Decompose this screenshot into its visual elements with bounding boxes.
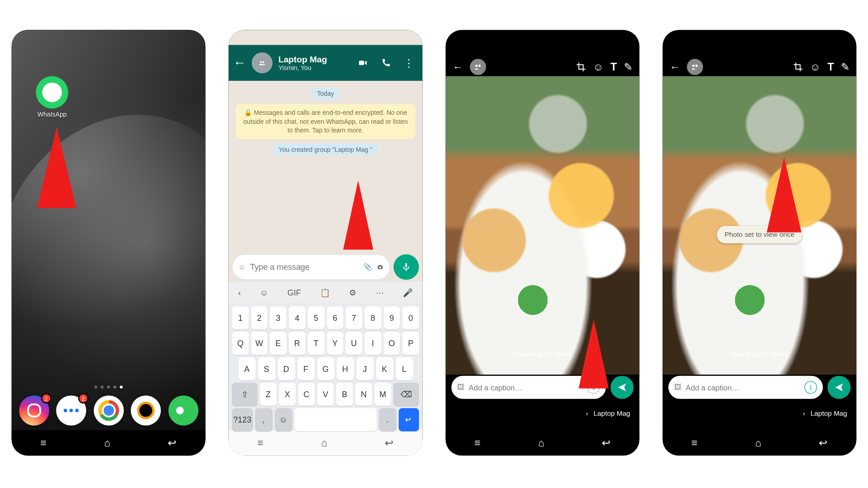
key-i[interactable]: I: [364, 332, 381, 355]
nav-back[interactable]: ↩: [602, 436, 610, 449]
voice-call-button[interactable]: [381, 58, 391, 68]
nav-recents[interactable]: ≡: [40, 437, 46, 449]
key-n[interactable]: N: [355, 383, 372, 406]
kb-more[interactable]: ⋯: [376, 288, 384, 297]
key-0[interactable]: 0: [402, 306, 419, 329]
caption-input-container[interactable]: 🖼 1: [668, 376, 823, 399]
recipient-avatar[interactable]: [470, 59, 486, 75]
key-j[interactable]: J: [356, 357, 373, 380]
dock-messages[interactable]: 2: [56, 395, 86, 426]
key-k[interactable]: K: [376, 357, 393, 380]
nav-recents[interactable]: ≡: [474, 437, 480, 449]
video-call-button[interactable]: [358, 58, 368, 68]
crop-button[interactable]: [576, 62, 586, 72]
key-w[interactable]: W: [251, 332, 268, 355]
encryption-notice[interactable]: 🔒 Messages and calls are end-to-end encr…: [236, 104, 415, 139]
send-button[interactable]: [827, 376, 850, 399]
key-shift[interactable]: ⇧: [232, 383, 257, 406]
key-d[interactable]: D: [278, 357, 295, 380]
key-p[interactable]: P: [402, 332, 419, 355]
nav-recents[interactable]: ≡: [691, 437, 697, 449]
camera-button[interactable]: [377, 264, 383, 271]
key-x[interactable]: X: [279, 383, 296, 406]
nav-recents[interactable]: ≡: [257, 437, 263, 449]
key-backspace[interactable]: ⌫: [393, 383, 419, 406]
back-button[interactable]: ←: [233, 56, 246, 70]
view-once-toggle[interactable]: 1: [804, 381, 817, 394]
nav-home[interactable]: ⌂: [321, 437, 327, 449]
key-7[interactable]: 7: [345, 306, 362, 329]
key-f[interactable]: F: [297, 357, 314, 380]
key-9[interactable]: 9: [383, 306, 400, 329]
draw-button[interactable]: ✎: [841, 61, 849, 73]
attach-button[interactable]: 📎: [363, 263, 372, 271]
nav-back[interactable]: ↩: [819, 436, 827, 449]
back-button[interactable]: ←: [453, 61, 463, 73]
dock-chrome[interactable]: [94, 395, 124, 426]
key-b[interactable]: B: [336, 383, 353, 406]
key-1[interactable]: 1: [232, 306, 249, 329]
key-5[interactable]: 5: [308, 306, 325, 329]
recipient-avatar[interactable]: [687, 59, 703, 75]
recipient-chip[interactable]: Laptop Mag: [586, 409, 630, 418]
kb-sticker[interactable]: ☺: [260, 288, 268, 297]
key-comma[interactable]: ,: [255, 408, 272, 432]
draw-button[interactable]: ✎: [624, 61, 632, 73]
nav-home[interactable]: ⌂: [104, 437, 110, 449]
key-l[interactable]: L: [396, 357, 413, 380]
message-input[interactable]: [250, 263, 359, 272]
swipe-up-hint[interactable]: ︿ Swipe up for filters: [663, 341, 857, 359]
key-symbols[interactable]: ?123: [232, 408, 252, 432]
message-input-container[interactable]: ☺ 📎: [232, 254, 390, 280]
key-period[interactable]: .: [379, 408, 396, 432]
kb-clipboard[interactable]: 📋: [320, 288, 330, 297]
kb-settings[interactable]: ⚙: [349, 288, 357, 297]
caption-input[interactable]: [469, 383, 583, 392]
key-2[interactable]: 2: [251, 306, 268, 329]
dock-camera[interactable]: [131, 395, 161, 426]
key-3[interactable]: 3: [270, 306, 287, 329]
key-e[interactable]: E: [270, 332, 287, 355]
kb-gif[interactable]: GIF: [288, 288, 301, 297]
key-space[interactable]: [294, 408, 377, 432]
emoji-button[interactable]: ☺: [238, 263, 245, 271]
key-r[interactable]: R: [289, 332, 306, 355]
key-h[interactable]: H: [336, 357, 354, 380]
key-t[interactable]: T: [308, 332, 325, 355]
key-o[interactable]: O: [383, 332, 400, 355]
key-6[interactable]: 6: [327, 306, 344, 329]
key-y[interactable]: Y: [327, 332, 344, 355]
key-enter[interactable]: ↵: [398, 408, 419, 432]
nav-home[interactable]: ⌂: [538, 437, 544, 449]
sticker-button[interactable]: ☺: [810, 61, 821, 73]
key-4[interactable]: 4: [289, 306, 306, 329]
key-c[interactable]: C: [298, 383, 315, 406]
text-button[interactable]: T: [610, 61, 617, 73]
key-m[interactable]: M: [374, 383, 391, 406]
key-a[interactable]: A: [238, 357, 255, 380]
nav-back[interactable]: ↩: [385, 436, 393, 449]
text-button[interactable]: T: [827, 61, 834, 73]
back-button[interactable]: ←: [670, 61, 680, 73]
key-8[interactable]: 8: [364, 306, 381, 329]
swipe-up-hint[interactable]: ︿ Swipe up for filters: [446, 341, 640, 359]
more-button[interactable]: ⋮: [404, 56, 414, 69]
group-avatar[interactable]: [252, 52, 273, 73]
key-z[interactable]: Z: [260, 383, 277, 406]
nav-back[interactable]: ↩: [168, 436, 176, 449]
key-g[interactable]: G: [317, 357, 334, 380]
key-s[interactable]: S: [258, 357, 275, 380]
key-q[interactable]: Q: [232, 332, 249, 355]
kb-prev[interactable]: ‹: [238, 288, 241, 297]
mic-button[interactable]: [393, 254, 419, 280]
nav-home[interactable]: ⌂: [755, 437, 761, 449]
key-v[interactable]: V: [317, 383, 334, 406]
sticker-button[interactable]: ☺: [593, 61, 604, 73]
recipient-chip[interactable]: Laptop Mag: [803, 409, 847, 418]
send-button[interactable]: [610, 376, 633, 399]
key-emoji[interactable]: ☺: [274, 408, 292, 432]
key-u[interactable]: U: [345, 332, 362, 355]
crop-button[interactable]: [793, 62, 803, 72]
dock-instagram[interactable]: 2: [19, 395, 49, 426]
chat-title-block[interactable]: Laptop Mag Yismin, You: [278, 54, 352, 71]
